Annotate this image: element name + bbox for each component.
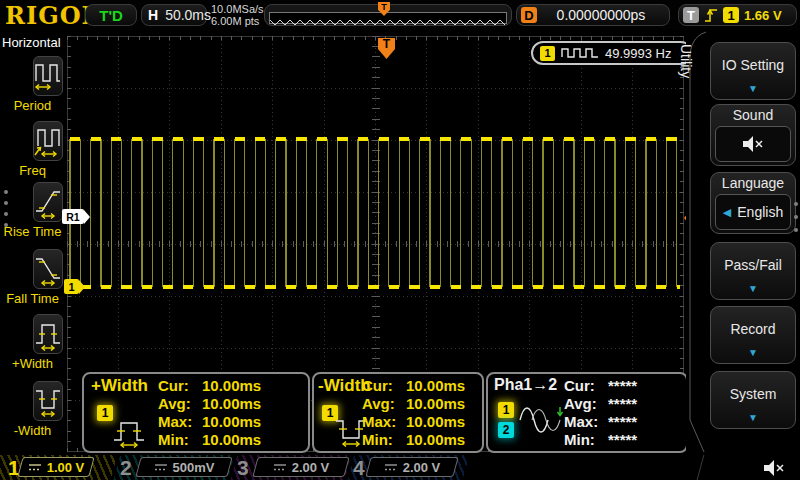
dc-coupling-icon [28,463,42,472]
delay-box: D 0.00000000ps [516,4,670,26]
timebase-value: 50.0ms [165,7,211,23]
trigger-status-text: T'D [99,7,123,24]
channel3-scale-box[interactable]: 2.00 V [252,457,349,477]
oscilloscope-screen: RIGOL T'D H 50.0ms 10.0MSa/s 6.00M pts T… [0,0,800,480]
acquisition-info: 10.0MSa/s 6.00M pts [211,3,264,27]
record-button[interactable]: Record ▼ [710,306,796,364]
pwidth-channel-badge: 1 [97,405,113,421]
waveform-preview-window[interactable] [269,12,507,24]
trigger-channel-badge: 1 [723,7,739,23]
dc-coupling-icon [384,463,398,472]
nwidth-button[interactable] [33,381,63,421]
memory-depth: 6.00M pts [211,15,264,27]
io-setting-button[interactable]: IO Setting ▼ [710,42,796,100]
measurement-panel-phase[interactable]: Pha1→2 1 2 Cur:***** Avg:***** Max:*****… [486,372,688,453]
trigger-label: T [683,7,699,23]
freq-label: Freq [0,163,65,178]
square-wave-icon [561,47,599,59]
option-left-arrow-icon: ◀ [723,206,731,219]
submenu-arrow-icon: ▼ [711,347,795,358]
ref-marker-arrow-icon [84,210,90,224]
fall-time-icon [34,252,62,286]
rise-time-icon [34,185,62,219]
channel-status-bar: 1 1.00 V 2 500mV 3 [0,455,800,480]
delay-value: 0.00000000ps [537,7,665,23]
ref-marker[interactable]: R1 [62,209,90,224]
left-page-dot [4,201,8,205]
measure-menu-title: Horizontal [2,35,61,50]
minus-width-icon [34,384,62,418]
submenu-arrow-icon: ▼ [711,83,795,94]
measure-menu: Horizontal Period [0,30,65,455]
fall-time-button[interactable] [33,249,63,289]
left-page-dot [4,190,8,194]
period-button[interactable] [33,56,63,96]
channel4-scale-box[interactable]: 2.00 V [365,457,458,477]
left-page-dot [4,223,8,227]
right-page-dot [794,228,798,232]
rising-edge-icon [704,7,718,23]
phase-measure-icon [518,402,564,438]
rise-time-button[interactable] [33,182,63,222]
preview-waveform [270,17,506,27]
measurement-panel-nwidth[interactable]: -Width 1 Cur:10.00ms Avg:10.00ms Max:10.… [312,372,484,453]
freq-channel-badge: 1 [540,46,555,61]
system-button[interactable]: System ▼ [710,371,796,429]
language-value-box: ◀ English [715,194,791,230]
trigger-status-badge: T'D [85,4,137,26]
measurement-panel-pwidth[interactable]: +Width 1 Cur:10.00ms Avg:10.00ms Max:10.… [82,372,310,453]
period-label: Period [0,98,65,113]
phase-channel1-badge: 1 [498,402,514,418]
pass-fail-button[interactable]: Pass/Fail ▼ [710,242,796,300]
submenu-arrow-icon: ▼ [711,412,795,423]
status-bar: RIGOL T'D H 50.0ms 10.0MSa/s 6.00M pts T… [0,0,800,30]
waveform-preview-bar: T [264,4,512,26]
trigger-level-value: 1.66 V [744,8,782,23]
right-page-dot [794,202,798,206]
channel2-number[interactable]: 2 [120,455,132,480]
horizontal-scale-box: H 50.0ms [141,4,207,26]
utility-menu: Utility IO Setting ▼ Sound Language ◀ En… [686,30,800,455]
rise-time-label: Rise Time [0,224,65,239]
frequency-counter-badge: 1 49.9993 Hz [531,41,693,65]
pwidth-button[interactable] [33,314,63,354]
submenu-arrow-icon: ▼ [711,283,795,294]
left-page-dot [4,212,8,216]
sound-button[interactable]: Sound [710,104,796,166]
dc-coupling-icon [273,463,287,472]
freq-icon [34,124,62,158]
delay-label: D [521,7,537,23]
phase-channel2-badge: 2 [498,422,514,438]
channel1-ground-marker[interactable]: 1 [64,279,85,294]
utility-tab[interactable]: Utility [678,44,694,78]
channel1-scale-box[interactable]: 1.00 V [17,457,94,477]
plus-width-measure-icon [112,416,154,448]
fall-time-label: Fall Time [0,291,65,306]
channel4-number[interactable]: 4 [353,455,365,480]
channel2-scale-box[interactable]: 500mV [135,457,232,477]
period-icon [34,59,62,93]
language-button[interactable]: Language ◀ English [710,172,796,234]
plus-width-icon [34,317,62,351]
dc-coupling-icon [154,463,168,472]
channel1-marker-arrow-icon [79,280,85,294]
sound-value-box [715,126,791,162]
frequency-value: 49.9993 Hz [605,46,672,61]
speaker-muted-icon [762,459,786,477]
pwidth-label: +Width [0,356,65,371]
channel3-number[interactable]: 3 [237,455,249,480]
freq-button[interactable] [33,121,63,161]
trigger-info-box: T 1 1.66 V [678,4,797,26]
language-value: English [737,204,783,220]
speaker-muted-icon [741,135,765,153]
h-label: H [148,7,158,23]
sample-rate: 10.0MSa/s [211,3,264,15]
right-page-dot [794,215,798,219]
nwidth-label: -Width [0,423,65,438]
bottom-divider [697,455,705,480]
